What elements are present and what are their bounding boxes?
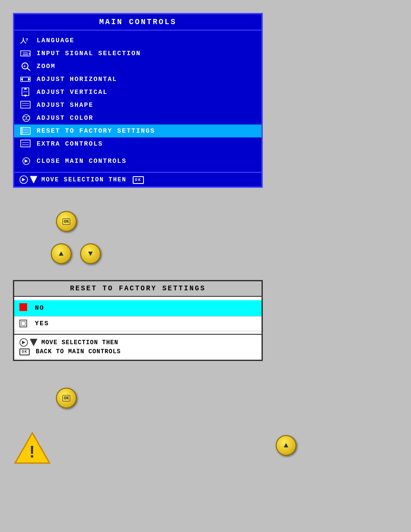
menu-item-input[interactable]: INPUT SIGNAL SELECTION — [14, 47, 262, 60]
svg-point-21 — [26, 116, 30, 120]
svg-marker-37 — [30, 339, 37, 346]
reset-bottom-text2: BACK TO MAIN CONTROLS — [36, 348, 121, 355]
svg-line-7 — [27, 68, 30, 71]
menu-item-reset[interactable]: RESET TO FACTORY SETTINGS — [14, 124, 262, 137]
reset-bottom-text1: MOVE SELECTION THEN — [41, 339, 118, 346]
menu-item-shape[interactable]: ADJUST SHAPE — [14, 99, 262, 112]
menu-item-shape-label: ADJUST SHAPE — [37, 102, 93, 109]
main-controls-panel: MAIN CONTROLS 人 ? LANGUAGE IN — [13, 13, 263, 188]
reset-option-yes[interactable]: YES — [14, 317, 262, 331]
svg-rect-26 — [21, 128, 23, 134]
reset-panel-title: RESET TO FACTORY SETTINGS — [14, 281, 262, 297]
menu-item-input-label: INPUT SIGNAL SELECTION — [37, 50, 141, 57]
ok-button-top[interactable]: OK — [56, 211, 77, 232]
svg-rect-16 — [21, 101, 30, 108]
menu-item-extra[interactable]: EXTRA CONTROLS — [14, 137, 262, 150]
up-button[interactable]: ▲ — [51, 243, 72, 264]
close-icon — [19, 156, 33, 166]
down-button[interactable]: ▼ — [80, 243, 101, 264]
menu-item-language-label: LANGUAGE — [37, 37, 75, 44]
svg-point-20 — [23, 116, 26, 120]
svg-rect-27 — [21, 140, 30, 147]
reset-panel: RESET TO FACTORY SETTINGS NO YES — [13, 280, 263, 361]
menu-items-list: 人 ? LANGUAGE INPUT SIGNAL SELECTION — [14, 31, 262, 172]
menu-item-zoom[interactable]: + ZOOM — [14, 60, 262, 73]
svg-marker-33 — [22, 178, 25, 181]
no-label: NO — [35, 305, 44, 312]
reset-ok-badge: OK — [19, 348, 30, 355]
menu-item-language[interactable]: 人 ? LANGUAGE — [14, 34, 262, 47]
menu-item-horiz-label: ADJUST HORIZONTAL — [37, 76, 117, 83]
ok-icon-bar: OK — [130, 176, 144, 184]
reset-options: NO YES — [14, 300, 262, 331]
reset-icon — [19, 126, 33, 136]
ok-badge: OK — [133, 176, 144, 184]
lang-icon: 人 ? — [19, 36, 33, 45]
reset-bottom-line1: MOVE SELECTION THEN — [19, 338, 256, 347]
reset-ok-badge-wrap: OK — [19, 348, 32, 355]
svg-text:+: + — [23, 64, 27, 68]
input-icon — [19, 49, 33, 58]
move-selection-icons — [19, 175, 38, 184]
reset-spacer — [14, 297, 262, 300]
yes-icon — [19, 320, 31, 328]
ok-circle-btn-top[interactable]: OK — [56, 211, 77, 232]
zoom-icon: + — [19, 62, 33, 71]
up-arrow-button-right[interactable]: ▲ — [276, 435, 296, 456]
extra-icon — [19, 139, 33, 149]
menu-item-color[interactable]: ADJUST COLOR — [14, 112, 262, 124]
close-main-controls[interactable]: CLOSE MAIN CONTROLS — [14, 154, 262, 168]
ok-circle-btn-bottom[interactable]: OK — [56, 388, 77, 408]
menu-item-zoom-label: ZOOM — [37, 63, 56, 70]
menu-item-horiz[interactable]: ADJUST HORIZONTAL — [14, 73, 262, 86]
close-main-controls-label: CLOSE MAIN CONTROLS — [37, 158, 127, 165]
vert-icon — [19, 87, 33, 97]
ok-label-bottom: OK — [62, 395, 70, 401]
menu-item-vert[interactable]: ADJUST VERTICAL — [14, 86, 262, 99]
ok-label-top: OK — [62, 218, 70, 225]
reset-bottom-bar: MOVE SELECTION THEN OK BACK TO MAIN CONT… — [14, 334, 262, 360]
svg-text:!: ! — [29, 443, 35, 461]
warning-triangle: ! — [13, 431, 52, 467]
svg-rect-2 — [21, 51, 30, 56]
no-icon — [19, 303, 31, 313]
svg-marker-34 — [30, 176, 37, 183]
ok-button-bottom[interactable]: OK — [56, 388, 77, 408]
red-square-icon — [19, 303, 27, 311]
horiz-icon — [19, 75, 33, 84]
nav-buttons: ▲ ▼ — [51, 243, 101, 264]
up-arrow-icon-right: ▲ — [284, 441, 289, 450]
reset-option-no[interactable]: NO — [14, 300, 262, 317]
menu-item-vert-label: ADJUST VERTICAL — [37, 89, 108, 96]
menu-item-color-label: ADJUST COLOR — [37, 115, 93, 122]
menu-divider — [14, 150, 262, 154]
color-icon — [19, 113, 33, 123]
svg-text:?: ? — [25, 37, 29, 43]
yes-label: YES — [35, 320, 49, 327]
up-nav-btn-right[interactable]: ▲ — [276, 435, 296, 456]
main-controls-title: MAIN CONTROLS — [14, 14, 262, 31]
reset-bottom-line2: OK BACK TO MAIN CONTROLS — [19, 348, 256, 355]
warning-svg: ! — [13, 431, 52, 465]
down-arrow-icon: ▼ — [88, 249, 93, 258]
svg-marker-31 — [25, 159, 28, 163]
main-controls-bottom-bar: MOVE SELECTION THEN OK — [14, 172, 262, 187]
menu-item-extra-label: EXTRA CONTROLS — [37, 140, 103, 148]
inner-square-icon — [21, 321, 25, 326]
move-selection-label: MOVE SELECTION THEN — [41, 176, 127, 183]
svg-marker-36 — [22, 341, 25, 344]
white-square-icon — [19, 320, 27, 327]
shape-icon — [19, 100, 33, 110]
menu-item-reset-label: RESET TO FACTORY SETTINGS — [37, 128, 155, 135]
reset-move-icons — [19, 338, 38, 347]
up-arrow-icon: ▲ — [59, 249, 64, 258]
